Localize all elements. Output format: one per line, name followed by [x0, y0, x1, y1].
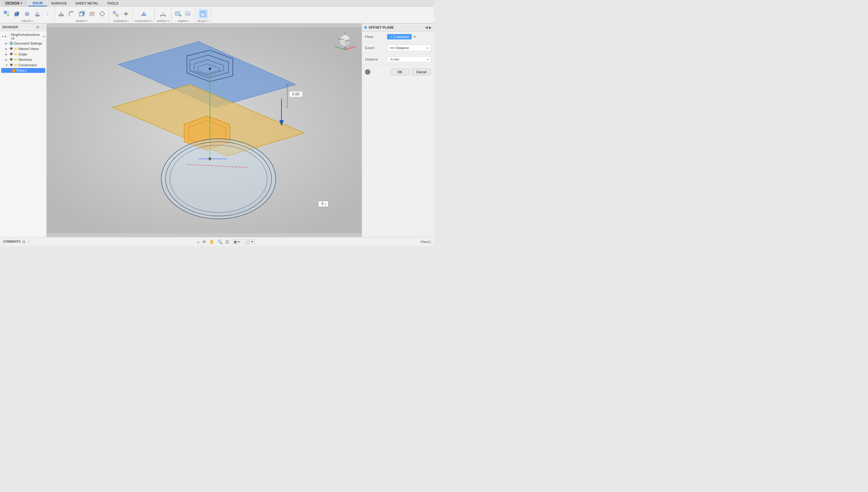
select-group: SELECT▾: [195, 7, 211, 23]
svg-point-8: [36, 15, 40, 16]
tree-item-construction[interactable]: ▼ 👁️ 📁 Construction: [0, 62, 46, 68]
panel-dot: [365, 26, 367, 29]
plane-row: Plane ↗ 1 selected ✕: [362, 32, 434, 42]
assemble-group: ASSEMBLE▾: [109, 7, 133, 23]
plane-label: Plane: [365, 35, 384, 39]
inspect-group: INSPECT▾: [155, 7, 171, 23]
svg-text:5.00: 5.00: [292, 92, 299, 96]
svg-point-42: [186, 64, 188, 65]
extent-select[interactable]: ⟺ Distance ▾: [387, 45, 431, 51]
bottom-center-icons: ⌂ ⟳ ✋ 🔍 ⊡ ▣ ▾ ⬜ ▾: [197, 239, 254, 245]
comments-label: COMMENTS: [3, 240, 21, 243]
construct-btn[interactable]: [139, 9, 148, 19]
bottom-left: COMMENTS ⊟ ⋮: [3, 240, 31, 244]
svg-point-9: [37, 12, 38, 13]
combine-btn[interactable]: [87, 9, 97, 19]
svg-point-7: [25, 13, 29, 16]
tree-item-origin[interactable]: ▶ 👁️ 📁 Origin: [0, 51, 46, 57]
info-btn[interactable]: i: [365, 69, 370, 75]
sidebar-header: BROWSER ⊟ ⋮: [0, 24, 46, 31]
expand-icon[interactable]: ▾: [325, 202, 326, 206]
tab-solid[interactable]: SOLID: [28, 0, 47, 6]
distance-row: Distance -5 mm ▾: [362, 54, 434, 65]
svg-rect-4: [15, 13, 18, 16]
joint-btn[interactable]: [111, 9, 121, 19]
panel-expand-right[interactable]: ▶: [429, 25, 431, 29]
svg-text:X: X: [355, 46, 357, 48]
move-copy-btn[interactable]: [121, 9, 131, 19]
tab-surface[interactable]: SURFACE: [47, 0, 71, 6]
orbit-icon[interactable]: ⟳: [203, 239, 206, 244]
panel-collapse-left[interactable]: ◀: [425, 25, 428, 29]
modify-group: MODIFY▾: [54, 7, 109, 23]
fillet-btn[interactable]: [67, 9, 76, 19]
tree-item-root[interactable]: ▼ ● 📄 RingForInstructions v2 ⟳: [0, 32, 46, 41]
plane-selector[interactable]: ↗ 1 selected: [387, 34, 412, 40]
revolve-btn[interactable]: [22, 9, 32, 19]
panel-header: OFFSET PLANE ◀ ▶: [362, 24, 434, 32]
extrude-btn[interactable]: [12, 9, 22, 19]
distance-label: Distance: [365, 57, 384, 61]
fit-icon[interactable]: ⊡: [226, 239, 229, 244]
comments-toggle[interactable]: ⊟: [22, 240, 25, 244]
measure-btn[interactable]: [158, 9, 168, 19]
shell-btn[interactable]: [77, 9, 87, 19]
view-cube[interactable]: Z Y X FRONT RIGHT: [332, 27, 358, 53]
comments-drag[interactable]: ⋮: [27, 240, 31, 244]
bottom-bar: COMMENTS ⊟ ⋮ ⌂ ⟳ ✋ 🔍 ⊡ ▣ ▾ ⬜ ▾ Plane1: [0, 237, 434, 246]
design-mode-button[interactable]: DESIGN ▾: [1, 0, 26, 6]
pan-icon[interactable]: ✋: [209, 239, 214, 244]
panel-title: OFFSET PLANE: [369, 26, 394, 29]
svg-line-63: [345, 47, 355, 50]
tree-item-named-views[interactable]: ▶ 👁️ 📁 Named Views: [0, 46, 46, 51]
zoom-icon[interactable]: 🔍: [217, 239, 222, 244]
tab-tools[interactable]: TOOLS: [103, 0, 123, 6]
ok-button[interactable]: OK: [391, 69, 409, 75]
design-arrow: ▾: [21, 2, 22, 5]
tree-item-plane1[interactable]: 🟧 Plane1: [1, 68, 45, 73]
distance-input[interactable]: -5 mm ▾: [387, 56, 431, 62]
viewport-canvas: 5.00: [47, 24, 362, 237]
panel-info-row: i OK Cancel: [362, 66, 434, 78]
svg-rect-0: [4, 11, 6, 13]
svg-rect-1: [7, 11, 9, 13]
tree-item-doc-settings[interactable]: ▶ ⚙️ Document Settings: [0, 41, 46, 46]
design-label: DESIGN: [5, 1, 19, 5]
create-group: ⋮ CREATE▾: [0, 7, 54, 23]
viewport: 5.00 -5 ▾: [47, 24, 362, 237]
insert-image-btn[interactable]: [173, 9, 183, 19]
sidebar-collapse-btn[interactable]: ⊟: [36, 25, 39, 29]
svg-point-41: [209, 68, 211, 70]
new-component-btn[interactable]: [2, 9, 11, 19]
select-btn[interactable]: [198, 9, 208, 19]
svg-text:Z: Z: [345, 32, 346, 34]
view-toggle[interactable]: ▣ ▾: [232, 239, 241, 245]
assemble-label: ASSEMBLE▾: [113, 20, 129, 23]
insert-label: INSERT▾: [178, 20, 189, 23]
create-more-btn[interactable]: ⋮: [43, 9, 52, 19]
plane-value: ↗ 1 selected ✕: [387, 34, 431, 40]
home-icon[interactable]: ⌂: [197, 239, 199, 244]
svg-text:FRONT: FRONT: [338, 38, 345, 40]
insert-svg-btn[interactable]: [184, 9, 193, 19]
extent-row: Extent ⟺ Distance ▾: [362, 42, 434, 54]
display-toggle[interactable]: ⬜ ▾: [244, 239, 254, 245]
inspect-label: INSPECT▾: [157, 20, 169, 23]
svg-text:RIGHT: RIGHT: [345, 40, 351, 42]
move-btn[interactable]: [97, 9, 107, 19]
distance-quick-input[interactable]: -5 ▾: [318, 201, 329, 207]
svg-point-51: [161, 139, 276, 219]
svg-rect-19: [113, 11, 115, 13]
press-pull-btn[interactable]: [56, 9, 66, 19]
sidebar-drag-btn[interactable]: ⋮: [40, 25, 44, 29]
loft-btn[interactable]: [32, 9, 42, 19]
extent-label: Extent: [365, 46, 384, 50]
sidebar-tree: ▼ ● 📄 RingForInstructions v2 ⟳ ▶ ⚙️ Docu…: [0, 31, 46, 237]
svg-rect-10: [59, 15, 64, 16]
insert-group: INSERT▾: [171, 7, 195, 23]
tab-sheet-metal[interactable]: SHEET METAL: [71, 0, 103, 6]
plane-clear-btn[interactable]: ✕: [413, 34, 417, 39]
tree-item-sketches[interactable]: ▶ 👁️ 📁 Sketches: [0, 57, 46, 62]
svg-rect-15: [80, 14, 82, 15]
cancel-button[interactable]: Cancel: [412, 69, 431, 75]
